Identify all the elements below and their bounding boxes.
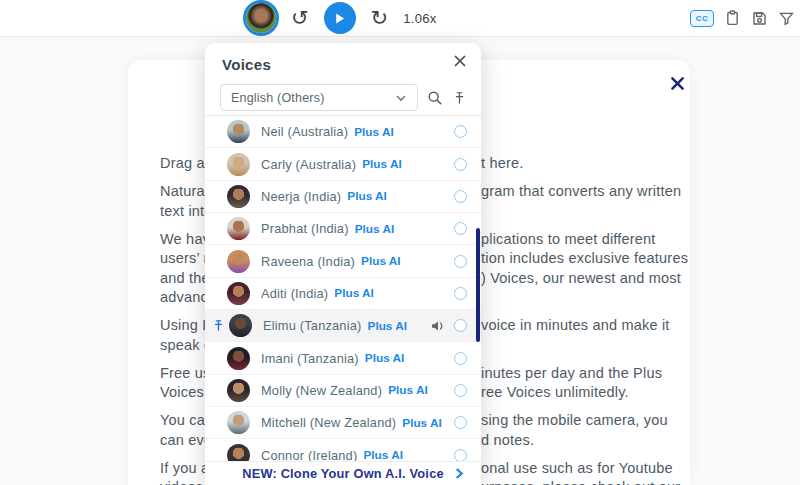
text-fragment-right: plications to meet different (481, 229, 656, 249)
plus-ai-badge: Plus AI (363, 448, 403, 461)
plus-ai-badge: Plus AI (368, 319, 408, 333)
voice-name: Connor (Ireland) (261, 448, 357, 461)
top-toolbar: ↺ ↻ 1.06x CC (0, 0, 800, 37)
text-fragment-right: d notes. (481, 430, 534, 450)
plus-ai-badge: Plus AI (362, 157, 402, 171)
voice-name: Raveena (India) (261, 254, 355, 269)
voice-name: Carly (Australia) (261, 157, 356, 172)
app-screen: ↺ ↻ 1.06x CC (0, 0, 800, 485)
voice-select-radio[interactable] (454, 352, 467, 365)
voice-select-radio[interactable] (454, 158, 467, 171)
text-fragment-right: tion includes exclusive features (481, 248, 688, 268)
search-icon (427, 90, 443, 106)
language-dropdown[interactable]: English (Others) (220, 84, 418, 111)
forward-icon[interactable]: ↻ (371, 8, 389, 29)
clone-voice-banner[interactable]: NEW: Clone Your Own A.I. Voice (205, 461, 481, 485)
voices-close-button[interactable] (452, 54, 468, 70)
filter-icon (778, 10, 795, 27)
toolbar-right-icons: CC (690, 0, 795, 36)
voice-select-radio[interactable] (454, 222, 467, 235)
voice-name: Mitchell (New Zealand) (261, 415, 396, 430)
play-button[interactable] (324, 2, 356, 34)
voice-select-radio[interactable] (454, 190, 467, 203)
voice-name: Prabhat (India) (261, 221, 349, 236)
voice-photo-avatar (227, 185, 250, 208)
clipboard-button[interactable] (724, 9, 741, 27)
voice-row[interactable]: Aditi (India) Plus AI (205, 278, 481, 310)
speaker-icon[interactable] (430, 319, 445, 333)
player-controls: ↺ ↻ 1.06x (246, 0, 437, 36)
clipboard-icon (724, 9, 741, 27)
voices-list: Neil (Australia) Plus AI (205, 115, 481, 461)
clone-voice-label: NEW: Clone Your Own A.I. Voice (242, 466, 444, 481)
filter-button[interactable] (778, 10, 795, 27)
voice-photo-avatar (229, 314, 252, 337)
cc-icon: CC (690, 10, 714, 27)
rewind-glyph: ↺ (291, 8, 309, 29)
plus-ai-badge: Plus AI (365, 351, 405, 365)
voice-row[interactable]: Imani (Tanzania) Plus AI (205, 342, 481, 374)
plus-ai-badge: Plus AI (361, 254, 401, 268)
voice-photo-avatar (227, 217, 250, 240)
text-fragment-right: inutes per day and the Plus (481, 363, 662, 383)
plus-ai-badge: Plus AI (334, 286, 374, 300)
voices-panel-header: Voices (205, 43, 481, 77)
save-icon (751, 10, 768, 27)
voice-row[interactable]: Raveena (India) Plus AI (205, 245, 481, 277)
voice-row[interactable]: Prabhat (India) Plus AI (205, 213, 481, 245)
voice-row[interactable]: Carly (Australia) Plus AI (205, 148, 481, 180)
voice-select-radio[interactable] (454, 255, 467, 268)
plus-ai-badge: Plus AI (402, 416, 442, 430)
save-button[interactable] (751, 10, 768, 27)
text-fragment-right: urposes, please check out our (481, 477, 680, 485)
chevron-down-icon (395, 92, 407, 104)
voice-select-radio[interactable] (454, 384, 467, 397)
voice-row[interactable]: Molly (New Zealand) Plus AI (205, 375, 481, 407)
pinned-voices-button[interactable] (452, 90, 467, 106)
voice-row[interactable]: Connor (Ireland) Plus AI (205, 439, 481, 461)
voice-row[interactable]: Neil (Australia) Plus AI (205, 116, 481, 148)
close-icon (670, 76, 685, 91)
close-icon (453, 54, 467, 68)
forward-glyph: ↻ (371, 8, 389, 29)
text-fragment-right: voice in minutes and make it (481, 315, 670, 335)
playback-speed[interactable]: 1.06x (403, 11, 436, 26)
plus-ai-badge: Plus AI (347, 189, 387, 203)
rewind-icon[interactable]: ↺ (291, 8, 309, 29)
voice-select-radio[interactable] (454, 449, 467, 461)
text-fragment-right: ree Voices unlimitedly. (481, 382, 629, 402)
voice-name: Imani (Tanzania) (261, 351, 359, 366)
text-fragment-right: sing the mobile camera, you (481, 410, 668, 430)
voice-name: Elimu (Tanzania) (263, 318, 362, 333)
voice-row[interactable]: Neerja (India) Plus AI (205, 181, 481, 213)
pin-icon (452, 90, 467, 106)
voice-name: Neerja (India) (261, 189, 341, 204)
voice-select-radio[interactable] (454, 287, 467, 300)
voice-name: Neil (Australia) (261, 124, 348, 139)
voice-avatar[interactable] (246, 3, 276, 33)
voice-photo-avatar (227, 379, 250, 402)
language-dropdown-value: English (Others) (231, 91, 325, 105)
voice-name: Aditi (India) (261, 286, 328, 301)
voices-panel: Voices English (Others) (205, 43, 481, 485)
voice-photo-avatar (227, 411, 250, 434)
text-fragment-right: onal use such as for Youtube (481, 458, 673, 478)
plus-ai-badge: Plus AI (354, 125, 394, 139)
document-close-button[interactable] (668, 76, 686, 94)
voices-panel-title: Voices (222, 56, 465, 73)
voice-search-button[interactable] (427, 90, 443, 106)
text-fragment-right: gram that converts any written (481, 181, 681, 201)
voice-select-radio[interactable] (454, 416, 467, 429)
voice-row[interactable]: Elimu (Tanzania) Plus AI (205, 310, 481, 342)
play-icon (333, 12, 346, 25)
voices-scrollbar-thumb[interactable] (476, 228, 480, 342)
voice-photo-avatar (227, 347, 250, 370)
voice-photo-avatar (227, 282, 250, 305)
voice-row[interactable]: Mitchell (New Zealand) Plus AI (205, 407, 481, 439)
text-fragment-right: ) Voices, our newest and most (481, 268, 681, 288)
voice-select-radio[interactable] (454, 319, 467, 332)
plus-ai-badge: Plus AI (355, 222, 395, 236)
closed-captions-button[interactable]: CC (690, 10, 714, 27)
pinned-icon (212, 318, 226, 333)
voice-select-radio[interactable] (454, 125, 467, 138)
